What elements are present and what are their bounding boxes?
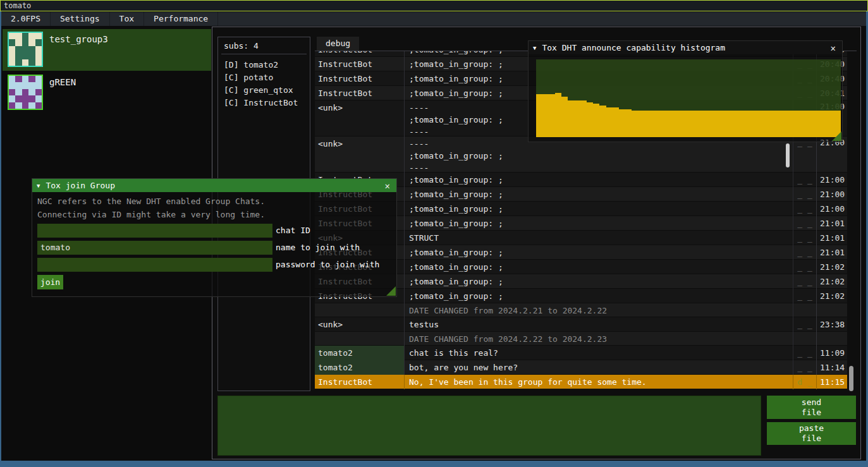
sender-name: tomato2 xyxy=(315,346,405,360)
avatar-pixel xyxy=(9,82,15,88)
os-title-bar[interactable]: tomato xyxy=(0,0,868,11)
chat-row[interactable]: <unk>testus_ _23:38 xyxy=(315,317,847,332)
join-field-row: chat ID xyxy=(37,224,396,238)
avatar-pixel xyxy=(9,95,15,102)
resize-grip[interactable] xyxy=(832,131,841,141)
message-time: 21:00 xyxy=(817,173,847,187)
dht-histogram-title-bar[interactable]: ▼ Tox DHT announce capability histogram … xyxy=(529,41,842,54)
message-text: ;tomato_in_group: ; xyxy=(405,216,793,231)
chat-row[interactable]: tomato2chat is this real?_ _11:09 xyxy=(315,346,847,360)
join-group-title: Tox join Group xyxy=(46,181,382,190)
message-text: ;tomato_in_group: ; xyxy=(405,173,793,187)
message-time xyxy=(817,332,847,346)
message-text: bot, are you new here? xyxy=(405,360,793,375)
avatar-pixel xyxy=(28,82,35,88)
dht-histogram-window: ▼ Tox DHT announce capability histogram … xyxy=(528,40,843,142)
menu-item-tox[interactable]: Tox xyxy=(110,12,144,26)
subs-member[interactable]: [C] InstructBot xyxy=(224,97,310,109)
join-button[interactable]: join xyxy=(37,275,63,289)
avatar-pixel xyxy=(28,95,35,102)
os-title-text: tomato xyxy=(4,1,31,10)
avatar-pixel xyxy=(15,46,21,52)
close-icon[interactable]: ✕ xyxy=(383,181,392,191)
join-group-title-bar[interactable]: ▼ Tox join Group ✕ xyxy=(32,179,396,192)
histogram-bin xyxy=(752,111,759,137)
histogram-bin xyxy=(568,100,574,137)
histogram-plot[interactable] xyxy=(536,59,841,137)
message-status xyxy=(793,332,817,346)
histogram-bin xyxy=(619,109,625,137)
histogram-bin xyxy=(778,111,784,137)
avatar-pixel xyxy=(35,82,42,88)
avatar-pixel xyxy=(35,33,42,39)
avatar-pixel xyxy=(15,102,21,109)
collapse-icon[interactable]: ▼ xyxy=(37,183,40,189)
avatar-pixel xyxy=(35,102,42,109)
menu-item-2-0fps[interactable]: 2.0FPS xyxy=(1,12,51,26)
join-field-label: password to join with xyxy=(276,258,379,272)
chat-row[interactable]: tomato2bot, are you new here?_ _11:14 xyxy=(315,360,847,375)
resize-grip[interactable] xyxy=(386,286,396,296)
histogram-bin xyxy=(720,111,726,137)
window-border-bottom xyxy=(0,461,868,467)
avatar-pixel xyxy=(28,33,35,39)
avatar-pixel xyxy=(9,33,15,39)
sender-name: InstructBot xyxy=(315,375,405,389)
tab-debug[interactable]: debug xyxy=(317,37,359,51)
close-icon[interactable]: ✕ xyxy=(829,43,838,53)
histogram-bin xyxy=(790,111,797,137)
join-input-name-to-join-with[interactable]: tomato xyxy=(37,241,272,255)
avatar-pixel xyxy=(35,59,42,66)
chat-row[interactable]: InstructBotNo, I've been in this group f… xyxy=(315,375,847,389)
avatar-pixel xyxy=(15,82,21,88)
histogram-bin xyxy=(593,104,599,137)
send-file-button[interactable]: send file xyxy=(767,396,856,419)
menu-item-settings[interactable]: Settings xyxy=(51,12,110,26)
avatar-pixel xyxy=(15,76,21,82)
histogram-bin xyxy=(587,102,593,137)
histogram-bin xyxy=(707,111,714,137)
join-input-chat-id[interactable] xyxy=(37,224,272,238)
chat-row[interactable]: DATE CHANGED from 2024.2.21 to 2024.2.22 xyxy=(315,303,847,317)
avatar-pixel xyxy=(35,95,42,102)
sender-name: InstructBot xyxy=(315,51,405,57)
avatar-pixel xyxy=(22,39,28,45)
message-status: _ _ xyxy=(793,245,817,260)
histogram-bin xyxy=(644,111,651,137)
message-text: ;tomato_in_group: ; xyxy=(405,274,793,289)
subs-member[interactable]: [C] potato xyxy=(224,71,310,84)
histogram-bin xyxy=(733,111,739,137)
paste-file-button[interactable]: paste file xyxy=(767,422,856,445)
sender-name: InstructBot xyxy=(315,71,405,86)
subs-member[interactable]: [C] green_qtox xyxy=(224,84,310,97)
avatar-pixel xyxy=(22,76,28,82)
collapse-icon[interactable]: ▼ xyxy=(533,45,536,51)
histogram-bin xyxy=(701,111,707,137)
chat-row[interactable]: DATE CHANGED from 2024.2.22 to 2024.2.23 xyxy=(315,332,847,346)
histogram-bin xyxy=(740,111,746,137)
sender-name xyxy=(315,303,405,317)
message-text: DATE CHANGED from 2024.2.21 to 2024.2.22 xyxy=(405,303,793,317)
join-input-password-to-join-with[interactable] xyxy=(37,258,272,272)
histogram-bin xyxy=(784,111,790,137)
message-cell-scrollbar[interactable] xyxy=(786,143,790,167)
avatar-pixel xyxy=(28,102,35,109)
menu-item-performance[interactable]: Performance xyxy=(144,12,218,26)
app-window: tomato 2.0FPSSettingsToxPerformance test… xyxy=(0,0,868,467)
group-item-test_group3[interactable]: test_group3 xyxy=(3,29,211,71)
avatar-pixel xyxy=(28,76,35,82)
avatar-pixel xyxy=(15,52,21,59)
message-input[interactable] xyxy=(217,396,761,456)
avatar-pixel xyxy=(15,95,21,102)
sender-name: <unk> xyxy=(315,100,405,136)
histogram-bin xyxy=(580,100,587,137)
group-item-green[interactable]: gREEN xyxy=(3,72,211,114)
histogram-bin xyxy=(809,111,816,137)
message-time: 11:15 xyxy=(817,375,847,389)
chat-scrollbar-thumb[interactable] xyxy=(849,366,853,391)
message-status: _ _ xyxy=(793,173,817,187)
group-name: test_group3 xyxy=(49,34,108,44)
subs-member[interactable]: [D] tomato2 xyxy=(224,59,310,71)
message-text: DATE CHANGED from 2024.2.22 to 2024.2.23 xyxy=(405,332,793,346)
histogram-bin xyxy=(682,111,688,137)
